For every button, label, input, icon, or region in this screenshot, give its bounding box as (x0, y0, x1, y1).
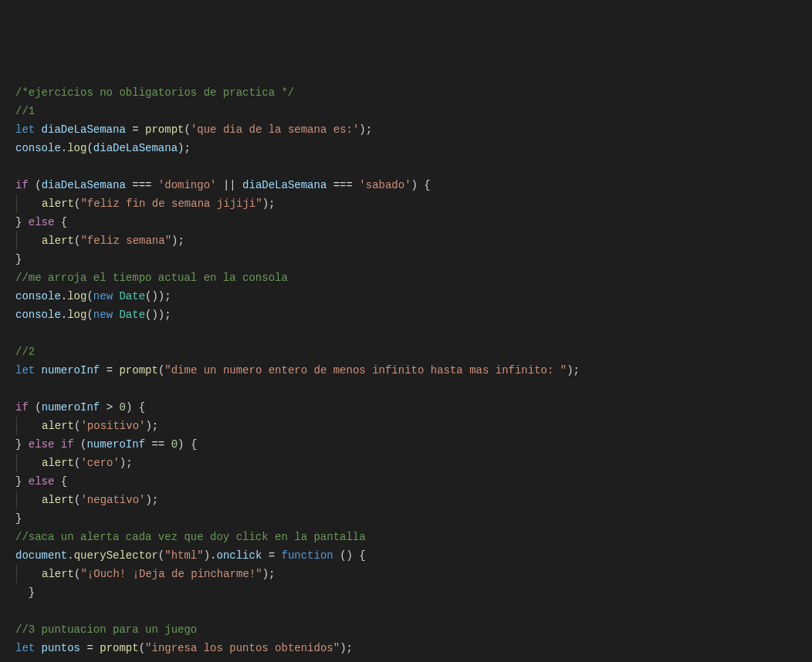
code-token: 0 (119, 401, 125, 414)
code-token: diaDeLaSemana (42, 123, 126, 136)
code-token: diaDeLaSemana (242, 179, 326, 191)
code-line[interactable]: alert('positivo'); (15, 417, 797, 435)
code-token: function (282, 549, 333, 562)
code-line[interactable]: } else if (numeroInf == 0) { (15, 435, 797, 454)
code-token: 'positivo' (80, 420, 145, 432)
code-token: ); (262, 568, 276, 580)
code-token: else (29, 475, 55, 488)
code-line[interactable]: } (15, 250, 797, 269)
code-token: ); (171, 235, 184, 247)
code-token: prompt (145, 123, 184, 136)
code-token: 'domingo' (158, 179, 217, 191)
code-line[interactable]: console.log(diaDeLaSemana); (15, 139, 797, 157)
code-token: ); (340, 642, 353, 654)
code-token: "feliz fin de semana jijiji" (80, 198, 262, 210)
code-token: 'que dia de la semana es:' (191, 123, 359, 136)
code-line[interactable]: } else { (15, 472, 797, 491)
code-token: ( (29, 179, 42, 191)
code-line[interactable]: let diaDeLaSemana = prompt('que dia de l… (15, 120, 797, 139)
code-line[interactable]: alert("feliz fin de semana jijiji"); (15, 194, 797, 213)
code-token: alert (42, 235, 74, 247)
code-token: ); (359, 123, 372, 136)
code-line[interactable]: alert('cero'); (15, 454, 797, 472)
code-token: . (67, 549, 73, 562)
code-token: if (15, 179, 29, 191)
code-token: 0 (171, 438, 178, 451)
code-token: alert (42, 420, 74, 432)
code-token: alert (42, 198, 74, 210)
code-token: alert (42, 457, 74, 469)
code-line[interactable]: alert("¡Ouch! ¡Deja de pincharme!"); (15, 565, 797, 583)
code-token: ( (158, 549, 164, 562)
code-token: . (61, 309, 67, 321)
code-token: alert (42, 494, 74, 506)
indent-guide (16, 231, 42, 250)
code-token: 'sabado' (359, 179, 411, 191)
code-line[interactable]: let numeroInf = prompt("dime un numero e… (15, 361, 797, 380)
code-line[interactable]: console.log(new Date()); (15, 306, 797, 324)
code-line[interactable]: } (15, 583, 797, 602)
code-line[interactable]: console.log(new Date()); (15, 287, 797, 306)
code-line[interactable]: //2 (15, 343, 797, 361)
code-token: ) { (126, 401, 145, 414)
code-token: diaDeLaSemana (93, 142, 178, 154)
code-line[interactable] (15, 380, 797, 398)
code-token: . (61, 290, 67, 302)
code-token: "html" (164, 549, 203, 562)
code-token: ( (184, 123, 190, 136)
code-token: 'cero' (80, 457, 119, 469)
code-token: ); (567, 364, 580, 377)
code-token: let (15, 642, 42, 654)
code-line[interactable] (15, 324, 797, 343)
code-token: } (15, 253, 22, 265)
code-token: === (326, 179, 359, 191)
code-line[interactable]: //me arroja el tiempo actual en la conso… (15, 269, 797, 287)
code-line[interactable]: if (diaDeLaSemana === 'domingo' || diaDe… (15, 176, 797, 194)
code-line[interactable]: /*ejercicios no obligatorios de practica… (15, 83, 797, 102)
code-token: prompt (100, 642, 138, 654)
code-token: ) { (178, 438, 197, 451)
code-line[interactable]: let puntos = prompt("ingresa los puntos … (15, 639, 797, 657)
code-token: Date (119, 309, 145, 321)
code-token: ) { (411, 179, 431, 191)
code-line[interactable]: document.querySelector("html").onclick =… (15, 546, 797, 565)
code-token: else if (29, 438, 74, 451)
code-line[interactable]: if (numeroInf > 0) { (15, 398, 797, 417)
indent-guide (16, 417, 42, 435)
code-token: ); (120, 457, 133, 469)
code-token: puntos (42, 642, 80, 654)
code-token: ( (139, 642, 145, 654)
code-token: log (67, 290, 86, 302)
code-line[interactable]: } (15, 509, 797, 528)
code-token: ()); (145, 290, 171, 302)
code-token: ( (86, 290, 93, 302)
code-line[interactable]: //saca un alerta cada vez que doy click … (15, 528, 797, 546)
code-line[interactable]: alert("feliz semana"); (15, 231, 797, 250)
code-token: == (145, 438, 171, 451)
code-line[interactable]: alert('negativo'); (15, 491, 797, 509)
code-line[interactable] (15, 602, 797, 620)
code-token: console (15, 309, 61, 321)
code-token: let (15, 364, 42, 377)
code-token: //1 (15, 105, 35, 117)
code-editor[interactable]: /*ejercicios no obligatorios de practica… (15, 83, 797, 662)
code-token: else (29, 216, 55, 228)
code-token: document (15, 549, 67, 562)
code-line[interactable]: //3 puntuacion para un juego (15, 620, 797, 639)
code-line[interactable] (15, 657, 797, 662)
code-token: if (15, 401, 29, 414)
code-token: querySelector (74, 549, 158, 562)
code-line[interactable]: } else { (15, 213, 797, 231)
code-token: //2 (15, 346, 35, 358)
code-token: . (61, 142, 67, 154)
code-token: "¡Ouch! ¡Deja de pincharme!" (80, 568, 262, 580)
code-token: ). (204, 549, 217, 562)
code-token: } (15, 475, 29, 488)
code-token: let (15, 123, 42, 136)
code-token: { (54, 216, 67, 228)
code-line[interactable] (15, 157, 797, 176)
code-line[interactable]: //1 (15, 102, 797, 120)
code-token: onclick (216, 549, 262, 562)
code-token: ( (86, 142, 93, 154)
indent-guide (16, 454, 42, 472)
